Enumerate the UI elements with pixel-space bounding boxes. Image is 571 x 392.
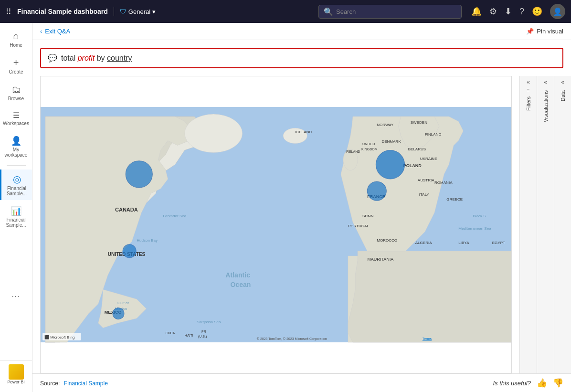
useful-question: Is this useful? [493,380,531,387]
data-panel[interactable]: « Data [554,76,571,373]
sargasso-label: Sargasso Sea [197,320,221,324]
query-box[interactable]: 💬 total profit by country [40,48,563,68]
sidebar-label-browse: Browse [8,96,24,101]
data-panel-label: Data [559,87,567,104]
browse-icon: 🗂 [11,84,21,95]
france-bubble [367,181,386,201]
topbar: ⠿ Financial Sample dashboard 🛡 General ▾… [0,0,571,23]
useful-section: Is this useful? 👍 👎 [493,378,564,388]
mexico-bubble [113,308,124,319]
notifications-icon[interactable]: 🔔 [471,6,482,17]
sidebar-item-more[interactable]: ··· [0,288,32,304]
workspaces-icon: ☰ [13,111,20,120]
copyright-text: © 2023 TomTom, © 2023 Microsoft Corporat… [257,337,327,341]
financial-sample-2-icon: 📊 [11,206,21,216]
qa-header: ‹ Exit Q&A 📌 Pin visual [32,23,571,40]
black-sea-label: Black S [473,214,486,218]
romania-label: ROMANIA [434,180,453,185]
gulf-label: Gulf of [117,301,129,305]
sidebar-label-workspaces: Workspaces [3,121,29,126]
ocean-label: Ocean [230,281,251,288]
exit-qa-button[interactable]: ‹ Exit Q&A [40,28,70,35]
map-container: CANADA UNITED STATES MEXICO ICELAND NORW… [40,76,512,373]
general-menu[interactable]: 🛡 General ▾ [120,8,156,15]
sidebar-label-home: Home [10,42,22,48]
general-label: General [128,8,150,15]
main-layout: ⌂ Home + Create 🗂 Browse ☰ Workspaces 👤 … [0,23,571,392]
algeria-label: ALGERIA [415,241,432,245]
sidebar-item-my-workspace[interactable]: 👤 My workspace [0,132,32,161]
sidebar-item-financial-sample-2[interactable]: 📊 Financial Sample... [0,202,32,232]
filters-collapse-icon[interactable]: « [527,79,530,85]
filters-menu-icon: ≡ [527,87,530,93]
sidebar-item-browse[interactable]: 🗂 Browse [0,80,32,105]
uk-label: UNITED [362,142,375,146]
spain-label: SPAIN [362,214,374,218]
us-label: (U.S.) [198,335,207,339]
mauritania-label: MAURITANIA [367,257,394,262]
create-icon: + [13,57,19,68]
source-link[interactable]: Financial Sample [64,380,108,387]
source-prefix: Source: [40,380,60,387]
iceland-label: ICELAND [295,130,312,134]
shield-icon: 🛡 [120,8,127,15]
apps-grid-icon[interactable]: ⠿ [6,7,11,16]
canada-label: CANADA [115,207,138,212]
denmark-label: DENMARK [381,139,401,144]
chevron-down-icon: ▾ [152,8,156,15]
bing-logo-text: ⬛ Microsoft Bing [44,335,74,339]
topbar-divider [114,7,114,16]
sidebar: ⌂ Home + Create 🗂 Browse ☰ Workspaces 👤 … [0,23,32,392]
filters-panel-label: Filters [525,94,532,114]
visualizations-panel[interactable]: « Visualizations [537,76,554,373]
help-icon[interactable]: ? [519,7,524,17]
avatar[interactable]: 👤 [550,4,565,19]
labrador-label: Labrador Sea [163,214,187,218]
filters-panel[interactable]: « ≡ Filters [519,76,537,373]
sidebar-item-create[interactable]: + Create [0,53,32,78]
med-label: Mediterranean Sea [458,226,491,231]
powerbi-logo: Power BI [0,360,32,388]
haiti-label: HAITI [185,334,193,337]
sidebar-item-home[interactable]: ⌂ Home [0,27,32,52]
sidebar-label-create: Create [9,69,23,74]
austria-label: AUSTRIA [418,178,434,182]
morocco-label: MOROCCO [377,238,397,243]
search-input[interactable] [336,8,456,15]
pin-visual-button[interactable]: 📌 Pin visual [526,28,563,35]
powerbi-label: Power BI [7,380,25,384]
sidebar-item-financial-sample-1[interactable]: ◎ Financial Sample... [0,170,32,200]
more-icon: ··· [12,292,21,300]
thumbs-up-button[interactable]: 👍 [537,378,547,388]
sidebar-item-workspaces[interactable]: ☰ Workspaces [0,107,32,130]
thumbs-down-button[interactable]: 👎 [553,378,563,388]
source-section: Source: Financial Sample [40,379,108,387]
sweden-label: SWEDEN [411,120,427,125]
pin-visual-label: Pin visual [537,28,563,35]
sidebar-divider [7,165,26,166]
atlantic-label: Atlantic [225,271,250,279]
query-icon: 💬 [48,53,57,63]
search-icon: 🔍 [324,7,333,16]
pr-label: PR [201,330,206,333]
sidebar-label-my-workspace: My workspace [2,147,30,158]
visualizations-collapse-icon[interactable]: « [544,79,547,85]
ireland-label: IRELAND [346,150,360,153]
feedback-icon[interactable]: 🙂 [532,6,542,17]
back-icon: ‹ [40,28,42,35]
belarus-label: BELARUS [408,147,426,151]
finland-label: FINLAND [425,132,442,137]
canada-bubble [126,161,152,188]
terms-link[interactable]: Terms [423,337,432,340]
exit-qa-label: Exit Q&A [45,28,70,35]
pin-icon: 📌 [526,28,534,35]
download-icon[interactable]: ⬇ [505,6,512,17]
topbar-icons: 🔔 ⚙ ⬇ ? 🙂 👤 [471,4,565,19]
poland-label: POLAND [403,163,422,168]
data-collapse-icon[interactable]: « [561,79,564,85]
search-bar[interactable]: 🔍 [318,5,462,19]
settings-icon[interactable]: ⚙ [489,6,497,17]
query-text: total profit by country [61,54,132,63]
map-svg: CANADA UNITED STATES MEXICO ICELAND NORW… [41,76,511,373]
content-area: ‹ Exit Q&A 📌 Pin visual 💬 total profit b… [32,23,571,392]
